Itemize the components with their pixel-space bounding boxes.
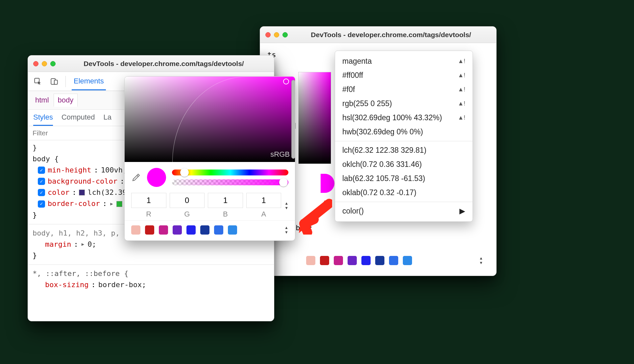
warning-icon: ▲!	[458, 86, 465, 93]
css-property[interactable]: border-color	[48, 198, 100, 209]
chevron-right-icon: ▶	[459, 207, 465, 216]
palette-stepper[interactable]: ▲▼	[284, 225, 288, 235]
spectrum-cursor[interactable]	[283, 79, 289, 84]
device-toolbar-icon[interactable]	[49, 76, 60, 87]
channel-values: R G B A ▲▼	[125, 190, 295, 220]
format-option[interactable]: lch(62.32 122.38 329.81)	[335, 143, 473, 157]
minimize-icon[interactable]	[42, 61, 47, 66]
spectrum-peek	[298, 72, 331, 164]
scrollbar[interactable]	[291, 80, 295, 159]
window-title: DevTools - developer.chrome.com/tags/dev…	[291, 31, 491, 39]
palette-swatches: ▲▼	[125, 220, 295, 240]
format-switcher[interactable]: ▲▼	[284, 201, 288, 210]
traffic-lights	[33, 61, 56, 66]
color-swatch[interactable]	[116, 201, 122, 207]
alpha-slider[interactable]	[172, 179, 288, 185]
palette-swatch[interactable]	[348, 256, 357, 265]
warning-icon: ▲!	[458, 58, 465, 65]
format-option[interactable]: hsl(302.69deg 100% 43.32%)▲!	[335, 111, 473, 125]
css-property[interactable]: margin	[45, 239, 71, 250]
warning-icon: ▲!	[458, 100, 465, 107]
warning-icon: ▲!	[458, 72, 465, 79]
current-color-swatch[interactable]	[147, 168, 166, 187]
channel-label: B	[208, 210, 243, 218]
property-toggle[interactable]: ✓	[38, 189, 45, 196]
eyedropper-icon[interactable]	[131, 172, 141, 182]
subtab-layout[interactable]: La	[103, 113, 111, 126]
format-option[interactable]: lab(62.32 105.78 -61.53)	[335, 171, 473, 186]
channel-label: R	[131, 210, 166, 218]
color-format-menu: magenta▲! #ff00ff▲! #f0f▲! rgb(255 0 255…	[335, 51, 473, 222]
palette-swatch[interactable]	[131, 225, 140, 235]
property-toggle[interactable]: ✓	[38, 178, 45, 185]
css-property[interactable]: color	[48, 187, 69, 198]
palette-swatch[interactable]	[375, 256, 384, 265]
close-icon[interactable]	[265, 32, 271, 37]
expand-triangle-icon[interactable]: ▶	[110, 200, 113, 208]
breadcrumb-item-selected[interactable]: body	[54, 94, 78, 107]
rule-selector[interactable]: *, ::after, ::before {	[33, 268, 269, 279]
warning-icon: ▲!	[458, 114, 465, 121]
channel-input-a[interactable]	[246, 193, 281, 208]
css-value[interactable]: border-box;	[98, 279, 146, 290]
color-swatch[interactable]	[79, 190, 85, 195]
channel-label: A	[246, 210, 281, 218]
format-option[interactable]: oklab(0.72 0.32 -0.17)	[335, 186, 473, 200]
channel-input-b[interactable]	[208, 193, 243, 208]
maximize-icon[interactable]	[50, 61, 56, 66]
format-option[interactable]: hwb(302.69deg 0% 0%)	[335, 125, 473, 139]
property-toggle[interactable]: ✓	[38, 200, 45, 208]
palette-swatch[interactable]	[214, 225, 223, 235]
format-option-submenu[interactable]: color()▶	[335, 204, 473, 218]
palette-swatches: ▲▼	[300, 251, 490, 271]
channel-input-g[interactable]	[170, 193, 205, 208]
svg-rect-2	[54, 80, 58, 84]
subtab-styles[interactable]: Styles	[33, 113, 53, 126]
format-option[interactable]: oklch(0.72 0.36 331.46)	[335, 157, 473, 171]
format-option[interactable]: #f0f▲!	[335, 82, 473, 97]
palette-swatch[interactable]	[306, 256, 315, 265]
palette-swatch[interactable]	[173, 225, 182, 235]
format-option[interactable]: rgb(255 0 255)▲!	[335, 97, 473, 111]
property-toggle[interactable]: ✓	[38, 167, 45, 174]
maximize-icon[interactable]	[282, 32, 288, 37]
slider-thumb[interactable]	[279, 178, 288, 187]
hue-slider[interactable]	[172, 170, 288, 175]
palette-swatch[interactable]	[186, 225, 196, 235]
css-value[interactable]: 0;	[87, 239, 96, 250]
minimize-icon[interactable]	[274, 32, 279, 37]
traffic-lights	[265, 32, 288, 37]
palette-swatch[interactable]	[334, 256, 343, 265]
close-icon[interactable]	[33, 61, 38, 66]
palette-swatch[interactable]	[320, 256, 329, 265]
format-option[interactable]: magenta▲!	[335, 54, 473, 68]
titlebar[interactable]: DevTools - developer.chrome.com/tags/dev…	[260, 27, 496, 43]
slider-thumb[interactable]	[180, 168, 189, 177]
palette-swatch[interactable]	[159, 225, 168, 235]
window-title: DevTools - developer.chrome.com/tags/dev…	[59, 60, 269, 68]
format-option[interactable]: #ff00ff▲!	[335, 68, 473, 82]
css-property[interactable]: box-sizing	[45, 279, 88, 290]
breadcrumb-item[interactable]: html	[31, 94, 53, 106]
palette-swatch[interactable]	[361, 256, 371, 265]
titlebar[interactable]: DevTools - developer.chrome.com/tags/dev…	[28, 56, 274, 72]
palette-swatch[interactable]	[200, 225, 209, 235]
channel-input-r[interactable]	[131, 193, 166, 208]
color-spectrum[interactable]: sRGB	[125, 77, 295, 162]
palette-stepper[interactable]: ▲▼	[479, 256, 483, 265]
palette-swatch[interactable]	[145, 225, 154, 235]
inspect-element-icon[interactable]	[33, 76, 43, 87]
palette-swatch[interactable]	[403, 256, 412, 265]
gamut-boundary	[172, 77, 295, 162]
subtab-computed[interactable]: Computed	[61, 113, 95, 126]
css-value[interactable]: 100vh;	[101, 165, 127, 176]
palette-swatch[interactable]	[389, 256, 398, 265]
palette-swatch[interactable]	[228, 225, 237, 235]
annotation-arrow-icon	[296, 198, 332, 235]
css-value[interactable]: lch(32.39	[87, 187, 127, 198]
css-property[interactable]: background-color	[48, 176, 117, 187]
css-property[interactable]: min-height	[48, 165, 91, 176]
tab-elements[interactable]: Elements	[72, 72, 106, 90]
color-space-label: sRGB	[270, 150, 290, 159]
expand-triangle-icon[interactable]: ▶	[82, 241, 84, 248]
